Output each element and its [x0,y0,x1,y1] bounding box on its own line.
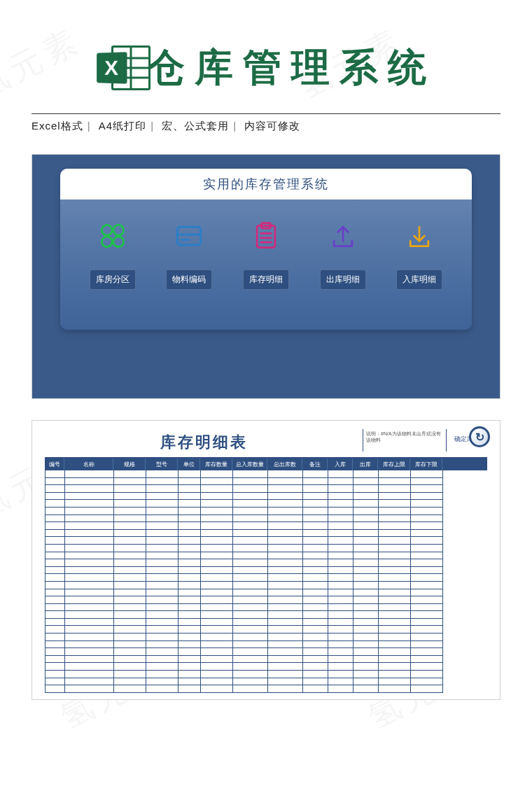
table-row [46,478,487,486]
col-lower: 库存下限 [410,458,442,470]
col-total-in: 总入库数量 [232,458,267,470]
table-row [46,663,487,671]
table-row [46,522,487,530]
table-row [46,500,487,507]
table-row [46,596,487,604]
info-macro: 宏、公式套用 [162,120,229,132]
table-row [46,619,487,626]
dashboard-panel: 实用的库存管理系统 库房分区物料编码库存明细出库明细入库明细 [60,169,472,330]
table-row [46,634,487,641]
table-row [46,589,487,597]
table-row [46,515,487,523]
upload-icon [328,220,358,251]
table-row [46,678,487,686]
table-row [46,545,487,552]
table-row [46,671,487,678]
table-row [46,574,487,582]
preview-dashboard: 实用的库存管理系统 库房分区物料编码库存明细出库明细入库明细 [31,154,500,399]
col-name: 名称 [64,458,113,470]
svg-rect-4 [178,227,201,245]
svg-point-0 [102,225,112,235]
col-out: 出库 [353,458,378,470]
svg-point-3 [113,237,124,247]
svg-point-2 [102,237,112,247]
menu-item[interactable]: 出库明细 [312,220,374,290]
col-model: 型号 [146,458,178,470]
menu-label: 入库明细 [396,270,442,290]
preview-spreadsheet: ↻ 库存明细表 说明：#N/A为该物料未出库或没有该物料 确定库存 编号 名称 … [31,420,500,700]
menu-item[interactable]: 库房分区 [81,220,144,290]
table-row [46,648,487,656]
table-row [46,656,487,664]
table-row [46,485,487,493]
table-row [46,604,487,612]
info-format: Excel格式 [31,120,83,132]
col-spec: 规格 [113,458,146,470]
refresh-icon[interactable]: ↻ [469,426,490,447]
table-row [46,582,487,589]
info-editable: 内容可修改 [244,120,300,132]
menu-item[interactable]: 库存明细 [234,220,298,290]
col-unit: 单位 [178,458,200,470]
col-in: 入库 [328,458,353,470]
table-header: 编号 名称 规格 型号 单位 库存数量 总入库数量 总出库数 备注 入库 出库 … [45,458,487,470]
table-row [46,641,487,649]
download-icon [404,220,435,251]
col-total-out: 总出库数 [267,458,302,470]
table-row [46,530,487,538]
menu-label: 物料编码 [166,270,212,290]
table-row [46,626,487,634]
table-row [46,507,487,515]
sheet-titlebar: 库存明细表 说明：#N/A为该物料未出库或没有该物料 确定库存 [45,429,487,458]
col-id: 编号 [45,458,64,470]
menu-item[interactable]: 物料编码 [158,220,220,290]
col-remark: 备注 [302,458,328,470]
table-row [46,537,487,545]
excel-icon: X [96,43,150,93]
clover-icon [97,220,128,251]
sheet-note: 说明：#N/A为该物料未出库或没有该物料 [363,429,447,451]
panel-title: 实用的库存管理系统 [60,169,472,200]
info-print: A4纸打印 [99,120,146,132]
menu-label: 库存明细 [243,270,289,290]
table-row [46,552,487,560]
table-row [46,567,487,575]
header: X 仓库管理系统 [0,0,532,101]
col-qty: 库存数量 [200,458,232,470]
card-icon [174,220,204,251]
table-body [45,470,487,693]
table-row [46,611,487,619]
svg-point-1 [113,225,124,235]
clipboard-icon [251,220,281,251]
menu-row: 库房分区物料编码库存明细出库明细入库明细 [60,200,472,290]
sheet-title: 库存明细表 [45,429,363,457]
table-row [46,559,487,567]
sub-info: Excel格式| A4纸打印| 宏、公式套用| 内容可修改 [0,114,532,133]
page-title: 仓库管理系统 [146,42,436,94]
menu-item[interactable]: 入库明细 [388,220,451,290]
table-row [46,685,487,693]
table-row [46,470,487,478]
menu-label: 库房分区 [90,270,136,290]
menu-label: 出库明细 [320,270,366,290]
table-row [46,493,487,500]
col-upper: 库存上限 [378,458,410,470]
